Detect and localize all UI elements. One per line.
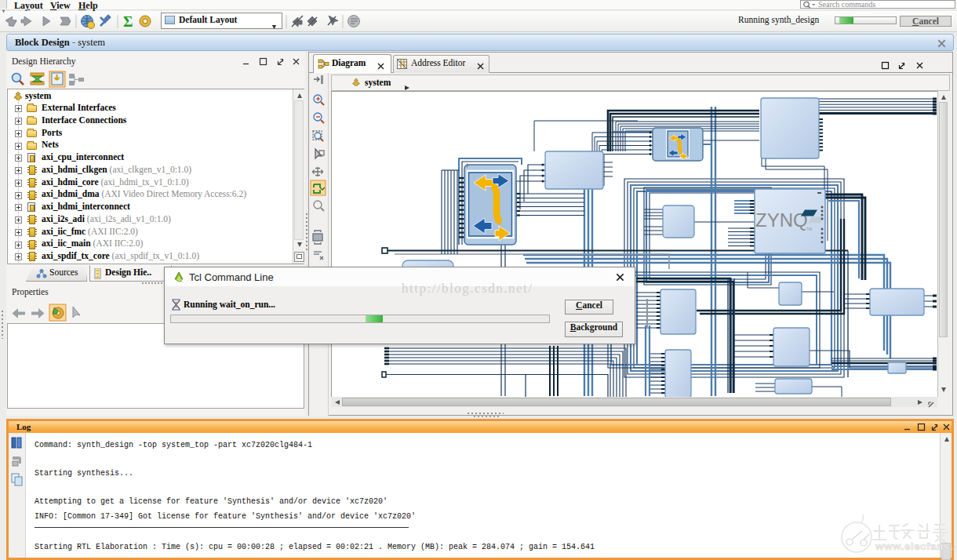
svg-text:ZYNQ: ZYNQ [755,209,808,231]
svg-text:TM: TM [806,227,812,231]
svg-text:Σ: Σ [123,13,133,30]
svg-text:www.elecfans.com: www.elecfans.com [875,540,953,552]
